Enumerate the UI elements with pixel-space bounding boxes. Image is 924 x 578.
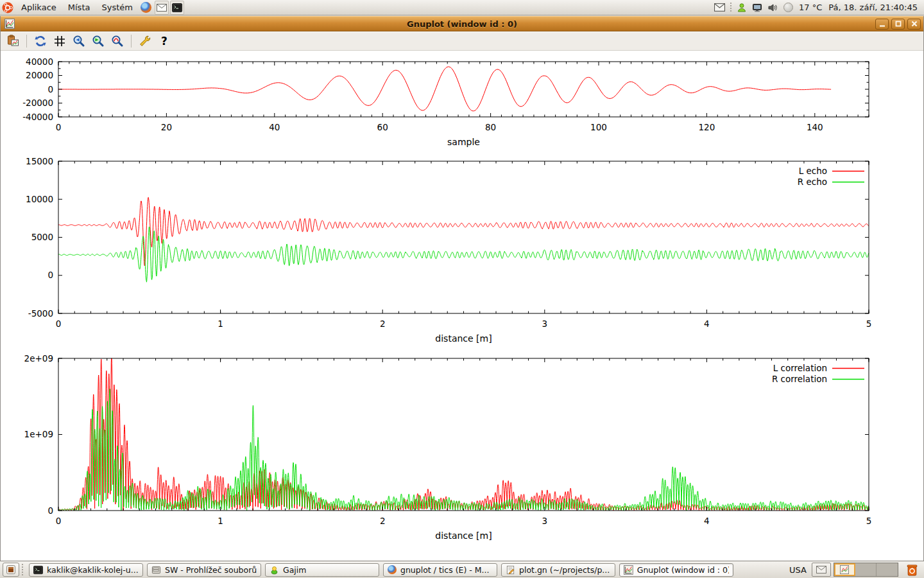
svg-text:20: 20 — [161, 122, 172, 132]
svg-text:R echo: R echo — [798, 177, 827, 187]
svg-text:distance [m]: distance [m] — [435, 530, 492, 541]
series-l-correlation — [58, 358, 869, 511]
window-title: Gnuplot (window id : 0) — [1, 19, 923, 29]
tray-mail-icon[interactable] — [812, 563, 831, 577]
task-label: Gajim — [283, 565, 306, 575]
plots-svg: 020406080100120140-40000-200000200004000… — [1, 51, 923, 559]
chart-0: 020406080100120140-40000-200000200004000… — [22, 57, 869, 148]
titlebar[interactable]: Gnuplot (window id : 0) — [1, 16, 923, 31]
minimize-button[interactable] — [875, 19, 889, 30]
svg-text:2: 2 — [380, 516, 386, 526]
svg-text:2e+09: 2e+09 — [24, 353, 53, 363]
zoom-previous-button[interactable] — [71, 33, 87, 49]
svg-text:5: 5 — [866, 319, 872, 329]
series-l-echo — [58, 197, 869, 266]
svg-text:R correlation: R correlation — [772, 374, 827, 384]
close-button[interactable] — [907, 19, 921, 30]
trash-icon[interactable] — [903, 562, 920, 577]
grid-toggle-button[interactable] — [51, 33, 68, 49]
svg-text:40000: 40000 — [26, 57, 53, 67]
display-icon[interactable] — [750, 1, 764, 15]
menu-places[interactable]: Místa — [62, 0, 96, 15]
task-button-file-manager[interactable]: SW - Prohlížeč souborů — [147, 563, 261, 577]
task-label: kaklik@kaklik-kolej-u... — [47, 565, 139, 575]
svg-text:4: 4 — [704, 516, 710, 526]
task-button-gnuplot[interactable]: Gnuplot (window id : 0) — [619, 563, 733, 577]
svg-text:80: 80 — [485, 122, 496, 132]
workspace-switcher — [834, 563, 898, 577]
series-chirp — [58, 67, 831, 111]
svg-text:5: 5 — [866, 516, 872, 526]
svg-text:3: 3 — [542, 319, 548, 329]
clock-label[interactable]: Pá, 18. září, 21:40:45 — [825, 3, 924, 12]
firefox-launcher-icon[interactable] — [139, 1, 153, 15]
show-desktop-button[interactable] — [3, 563, 19, 577]
task-label: gnuplot / tics (E) - M... — [400, 565, 489, 575]
svg-text:140: 140 — [807, 122, 823, 132]
svg-text:L echo: L echo — [799, 166, 827, 176]
keyboard-layout-indicator[interactable]: USA — [784, 565, 812, 575]
user-switcher-icon[interactable] — [735, 1, 749, 15]
top-panel: Aplikace Místa Systém 17 °C Pá, 18. září… — [0, 0, 924, 15]
svg-text:2: 2 — [380, 319, 386, 329]
svg-text:?: ? — [161, 35, 167, 48]
plot-border — [58, 161, 869, 313]
svg-text:0: 0 — [47, 84, 53, 94]
taskbar: kaklik@kaklik-kolej-u... SW - Prohlížeč … — [0, 561, 924, 578]
ubuntu-logo-icon[interactable] — [1, 1, 15, 15]
volume-icon[interactable] — [766, 1, 780, 15]
refresh-button[interactable] — [32, 33, 49, 49]
svg-text:-5000: -5000 — [28, 308, 53, 319]
task-label: Gnuplot (window id : 0) — [637, 565, 729, 575]
svg-text:5000: 5000 — [31, 232, 53, 242]
svg-text:15000: 15000 — [26, 156, 53, 166]
svg-text:60: 60 — [377, 122, 388, 132]
workspace-2[interactable] — [855, 563, 877, 576]
temperature-label: 17 °C — [796, 3, 825, 12]
svg-text:0: 0 — [56, 122, 62, 132]
svg-text:0: 0 — [56, 516, 62, 526]
terminal-launcher-icon[interactable] — [170, 1, 184, 15]
svg-text:10000: 10000 — [26, 194, 53, 204]
toolbar-separator — [131, 35, 132, 48]
task-button-terminal[interactable]: kaklik@kaklik-kolej-u... — [29, 563, 143, 577]
task-button-editor[interactable]: plot.gn (~/projects/p... — [501, 563, 615, 577]
toolbar: ? — [1, 32, 923, 51]
mail-notification-icon[interactable] — [712, 1, 726, 15]
svg-text:40: 40 — [269, 122, 280, 132]
task-button-gajim[interactable]: Gajim — [265, 563, 379, 577]
copy-plot-button[interactable] — [4, 33, 21, 49]
chart-2: 01234501e+092e+09distance [m]L correlati… — [24, 353, 872, 541]
task-label: SW - Prohlížeč souborů — [165, 565, 257, 575]
svg-text:0: 0 — [47, 270, 53, 280]
series-r-echo — [58, 227, 869, 282]
svg-text:120: 120 — [699, 122, 715, 132]
svg-text:100: 100 — [590, 122, 607, 132]
panel-handle[interactable] — [728, 3, 733, 13]
maximize-button[interactable] — [891, 19, 905, 30]
gnuplot-window: Gnuplot (window id : 0) — [0, 16, 924, 561]
svg-text:-20000: -20000 — [22, 98, 53, 108]
svg-text:-40000: -40000 — [22, 112, 53, 122]
svg-text:1: 1 — [218, 319, 223, 329]
svg-text:0: 0 — [56, 319, 62, 329]
workspace-3[interactable] — [877, 563, 898, 576]
weather-icon[interactable] — [781, 1, 795, 15]
mail-launcher-icon[interactable] — [155, 1, 169, 15]
settings-button[interactable] — [137, 33, 153, 49]
gnuplot-canvas[interactable]: 020406080100120140-40000-200000200004000… — [1, 51, 923, 561]
svg-text:1: 1 — [218, 516, 223, 526]
task-label: plot.gn (~/projects/p... — [519, 565, 610, 575]
svg-text:4: 4 — [704, 319, 710, 329]
zoom-next-button[interactable] — [90, 33, 107, 49]
menu-system[interactable]: Systém — [96, 0, 138, 15]
svg-text:3: 3 — [542, 516, 548, 526]
svg-text:L correlation: L correlation — [773, 363, 827, 373]
help-button[interactable]: ? — [156, 33, 173, 49]
menu-applications[interactable]: Aplikace — [15, 0, 62, 15]
autoscale-button[interactable] — [109, 33, 126, 49]
task-button-firefox[interactable]: gnuplot / tics (E) - M... — [383, 563, 497, 577]
tasklist-handle[interactable] — [21, 564, 26, 575]
svg-text:0: 0 — [47, 505, 53, 516]
workspace-1[interactable] — [834, 563, 855, 576]
